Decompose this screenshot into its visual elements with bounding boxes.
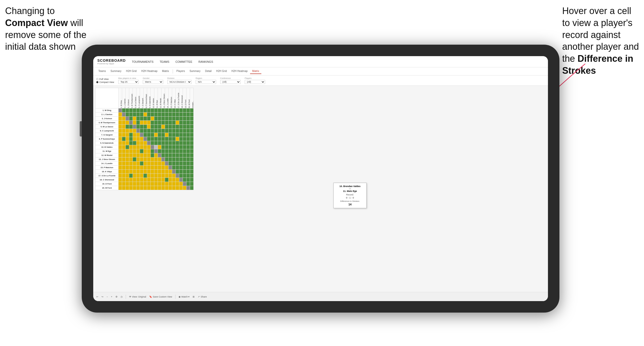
matrix-cell[interactable] bbox=[151, 157, 154, 162]
matrix-cell[interactable] bbox=[119, 133, 122, 137]
matrix-cell[interactable] bbox=[179, 157, 183, 162]
matrix-cell[interactable] bbox=[151, 137, 154, 141]
tab-matrix-left[interactable]: Matrix bbox=[160, 69, 171, 74]
matrix-cell[interactable] bbox=[154, 141, 158, 145]
full-view-radio[interactable]: Full View bbox=[96, 78, 114, 80]
matrix-cell[interactable] bbox=[144, 157, 147, 162]
matrix-cell[interactable] bbox=[158, 125, 161, 129]
matrix-cell[interactable] bbox=[119, 153, 122, 157]
matrix-cell[interactable] bbox=[122, 149, 126, 153]
matrix-cell[interactable] bbox=[158, 170, 161, 174]
matrix-cell[interactable] bbox=[172, 137, 176, 141]
matrix-cell[interactable] bbox=[158, 121, 161, 125]
matrix-cell[interactable] bbox=[183, 137, 186, 141]
matrix-cell[interactable] bbox=[190, 178, 194, 182]
matrix-cell[interactable] bbox=[133, 166, 136, 170]
matrix-cell[interactable] bbox=[129, 141, 133, 145]
matrix-cell[interactable] bbox=[119, 170, 122, 174]
matrix-cell[interactable] bbox=[154, 137, 158, 141]
matrix-cell[interactable] bbox=[136, 166, 140, 170]
matrix-cell[interactable] bbox=[119, 186, 122, 190]
matrix-cell[interactable] bbox=[190, 133, 194, 137]
matrix-cell[interactable] bbox=[154, 174, 158, 178]
matrix-cell[interactable] bbox=[158, 117, 161, 121]
matrix-cell[interactable] bbox=[158, 113, 161, 117]
matrix-cell[interactable] bbox=[133, 133, 136, 137]
matrix-cell[interactable] bbox=[183, 121, 186, 125]
matrix-cell[interactable] bbox=[133, 186, 136, 190]
matrix-cell[interactable] bbox=[126, 113, 129, 117]
matrix-cell[interactable] bbox=[169, 182, 172, 186]
matrix-cell[interactable] bbox=[140, 162, 144, 166]
matrix-cell[interactable] bbox=[136, 121, 140, 125]
matrix-cell[interactable] bbox=[129, 178, 133, 182]
matrix-cell[interactable] bbox=[147, 149, 151, 153]
matrix-cell[interactable] bbox=[186, 113, 190, 117]
matrix-cell[interactable] bbox=[147, 166, 151, 170]
matrix-cell[interactable] bbox=[136, 186, 140, 190]
matrix-cell[interactable] bbox=[161, 149, 165, 153]
matrix-cell[interactable] bbox=[147, 129, 151, 133]
matrix-cell[interactable] bbox=[161, 162, 165, 166]
matrix-cell[interactable] bbox=[176, 170, 179, 174]
matrix-cell[interactable] bbox=[186, 141, 190, 145]
matrix-cell[interactable] bbox=[186, 157, 190, 162]
matrix-cell[interactable] bbox=[169, 170, 172, 174]
matrix-cell[interactable] bbox=[183, 145, 186, 149]
matrix-cell[interactable] bbox=[129, 182, 133, 186]
matrix-cell[interactable] bbox=[126, 186, 129, 190]
matrix-cell[interactable] bbox=[186, 178, 190, 182]
gender-select[interactable]: Men's bbox=[143, 80, 163, 84]
matrix-cell[interactable] bbox=[154, 108, 158, 113]
matrix-cell[interactable] bbox=[161, 117, 165, 121]
players-select[interactable]: (All) bbox=[245, 80, 265, 84]
matrix-cell[interactable] bbox=[186, 182, 190, 186]
matrix-cell[interactable] bbox=[129, 137, 133, 141]
matrix-cell[interactable] bbox=[122, 133, 126, 137]
matrix-cell[interactable] bbox=[172, 108, 176, 113]
matrix-cell[interactable] bbox=[169, 174, 172, 178]
matrix-cell[interactable] bbox=[144, 129, 147, 133]
matrix-cell[interactable] bbox=[122, 141, 126, 145]
matrix-cell[interactable] bbox=[179, 178, 183, 182]
matrix-cell[interactable] bbox=[122, 113, 126, 117]
matrix-cell[interactable] bbox=[183, 178, 186, 182]
matrix-cell[interactable] bbox=[151, 178, 154, 182]
matrix-cell[interactable] bbox=[129, 149, 133, 153]
matrix-cell[interactable] bbox=[151, 129, 154, 133]
matrix-cell[interactable] bbox=[140, 157, 144, 162]
matrix-cell[interactable] bbox=[165, 117, 169, 121]
matrix-cell[interactable] bbox=[140, 170, 144, 174]
matrix-cell[interactable] bbox=[186, 149, 190, 153]
matrix-cell[interactable] bbox=[129, 108, 133, 113]
matrix-cell[interactable] bbox=[190, 121, 194, 125]
matrix-cell[interactable] bbox=[144, 174, 147, 178]
matrix-cell[interactable] bbox=[136, 149, 140, 153]
matrix-cell[interactable] bbox=[136, 178, 140, 182]
matrix-cell[interactable] bbox=[176, 121, 179, 125]
matrix-cell[interactable] bbox=[144, 149, 147, 153]
matrix-cell[interactable] bbox=[144, 113, 147, 117]
matrix-cell[interactable] bbox=[126, 166, 129, 170]
matrix-cell[interactable] bbox=[161, 137, 165, 141]
matrix-cell[interactable] bbox=[151, 141, 154, 145]
matrix-cell[interactable] bbox=[183, 108, 186, 113]
matrix-cell[interactable] bbox=[147, 174, 151, 178]
matrix-cell[interactable] bbox=[151, 162, 154, 166]
matrix-cell[interactable] bbox=[119, 149, 122, 153]
matrix-cell[interactable] bbox=[119, 108, 122, 113]
matrix-grid[interactable]: 1. W Ding 2. L Clanton 3. J Koivun 4. M … bbox=[93, 86, 548, 292]
matrix-cell[interactable] bbox=[183, 153, 186, 157]
matrix-cell[interactable] bbox=[169, 178, 172, 182]
matrix-cell[interactable] bbox=[183, 129, 186, 133]
matrix-cell[interactable] bbox=[165, 153, 169, 157]
matrix-cell[interactable] bbox=[122, 178, 126, 182]
matrix-cell[interactable] bbox=[179, 141, 183, 145]
matrix-cell[interactable] bbox=[140, 117, 144, 121]
matrix-cell[interactable] bbox=[176, 174, 179, 178]
matrix-cell[interactable] bbox=[140, 145, 144, 149]
matrix-cell[interactable] bbox=[169, 141, 172, 145]
matrix-cell[interactable] bbox=[136, 170, 140, 174]
compact-view-radio[interactable]: Compact View bbox=[96, 81, 114, 83]
matrix-cell[interactable] bbox=[169, 113, 172, 117]
